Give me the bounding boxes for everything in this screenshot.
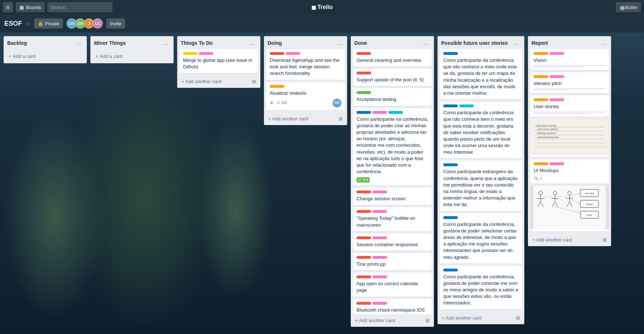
card-text: Change session screen bbox=[357, 196, 428, 202]
card-report-image[interactable]: notes from meeting - user stories define… bbox=[530, 119, 609, 157]
svg-text:notes from meeting: notes from meeting bbox=[536, 124, 556, 127]
card-text: Como participante da conferência, gostar… bbox=[443, 274, 519, 307]
list-menu-done[interactable]: … bbox=[422, 39, 430, 47]
card-text: UI Mockups bbox=[534, 167, 605, 174]
card-text: Download AgendApp and see the look and f… bbox=[270, 57, 341, 77]
avatar-lc[interactable]: LC bbox=[93, 18, 103, 29]
label-red bbox=[357, 236, 371, 239]
label-yellow bbox=[183, 52, 197, 55]
label-blue bbox=[443, 52, 458, 55]
card-done5[interactable]: Change session screen ✎ bbox=[353, 188, 432, 205]
label-pink bbox=[199, 52, 213, 55]
card-labels bbox=[443, 269, 519, 271]
board-title[interactable]: ESOF bbox=[4, 20, 22, 27]
add-another-card-done[interactable]: + Add another card ⊞ bbox=[353, 316, 432, 325]
label-lightblue bbox=[388, 111, 403, 114]
lock-icon: 🔒 bbox=[38, 21, 43, 26]
card-done3[interactable]: Acceptance testing ✎ bbox=[353, 88, 432, 106]
list-doing: Doing … Download AgendApp and see the lo… bbox=[264, 36, 347, 125]
label-pink bbox=[372, 190, 387, 193]
list-menu-report[interactable]: … bbox=[599, 39, 607, 47]
card-text: Tirar prints pp bbox=[357, 261, 428, 267]
list-menu-minor[interactable]: … bbox=[161, 39, 170, 47]
label-red bbox=[357, 210, 371, 213]
list-header-report: Report … bbox=[528, 36, 611, 49]
label-red bbox=[357, 190, 371, 193]
card-footer: ☑ 4/4 bbox=[357, 177, 428, 183]
card-done1[interactable]: General cleaning and overview ✎ bbox=[353, 49, 432, 67]
card-text: Como participante da conferência que não… bbox=[443, 110, 519, 155]
list-title-backlog: Backlog bbox=[7, 40, 74, 46]
card-labels bbox=[443, 104, 519, 107]
card-ttd1[interactable]: Merge to global app (see issue in Github… bbox=[179, 49, 258, 73]
label-red bbox=[357, 72, 371, 74]
label-pink bbox=[372, 302, 387, 305]
card-labels bbox=[183, 52, 255, 55]
boards-icon: ▦ bbox=[20, 5, 24, 10]
list-menu-doing[interactable]: … bbox=[335, 39, 344, 47]
label-pink bbox=[372, 210, 387, 213]
add-another-card-ttd[interactable]: + Add another card ⊞ bbox=[179, 77, 258, 86]
label-red bbox=[357, 256, 371, 259]
board-visibility[interactable]: 🔒 Private bbox=[34, 18, 63, 29]
list-menu-future[interactable]: … bbox=[512, 39, 521, 47]
card-done9[interactable]: App open on correct calendar page ✎ bbox=[353, 273, 432, 296]
card-labels bbox=[357, 91, 428, 94]
card-report4[interactable]: UI Mockups 📎 1 ✎ bbox=[530, 159, 609, 184]
card-report1[interactable]: Vision ✎ bbox=[530, 49, 609, 70]
handwritten-notes-svg: notes from meeting - user stories define… bbox=[530, 119, 609, 155]
add-another-card-doing[interactable]: + Add another card ⊞ bbox=[266, 115, 345, 123]
board-star[interactable]: ☆ bbox=[26, 21, 30, 26]
card-done2[interactable]: Support update of the json (it. 5) ✎ bbox=[353, 69, 432, 86]
label-blue bbox=[357, 111, 371, 114]
card-text: Session container responsive bbox=[357, 241, 428, 248]
card-future3[interactable]: Como participante estrangeiro da conferê… bbox=[440, 160, 522, 211]
add-another-card-report[interactable]: + Add another card ⊞ bbox=[530, 236, 609, 244]
card-text: Support update of the json (it. 5) bbox=[357, 77, 428, 83]
card-text: elevator pitch bbox=[534, 80, 605, 87]
add-card-backlog[interactable]: + Add a card bbox=[6, 51, 85, 61]
card-done10[interactable]: Bluetooth check namespace IDS ✎ bbox=[353, 299, 432, 314]
svg-text:Actor: Actor bbox=[587, 214, 592, 216]
search-input[interactable] bbox=[47, 2, 112, 12]
label-orange bbox=[270, 85, 284, 88]
list-footer-report: + Add another card ⊞ bbox=[528, 234, 611, 246]
list-menu-backlog[interactable]: … bbox=[74, 39, 83, 47]
card-labels bbox=[357, 236, 428, 239]
label-red bbox=[357, 52, 371, 55]
butler-button[interactable]: 🤖 Butler bbox=[616, 2, 641, 12]
check-badge: ☑ 3/9 bbox=[277, 100, 287, 105]
list-cards-ttd: Merge to global app (see issue in Github… bbox=[177, 49, 260, 75]
template-icon: ⊞ bbox=[339, 116, 343, 121]
list-menu-ttd[interactable]: … bbox=[248, 39, 257, 47]
card-done8[interactable]: Tirar prints pp ✎ bbox=[353, 253, 432, 270]
card-doing1[interactable]: Download AgendApp and see the look and f… bbox=[266, 49, 345, 80]
list-footer-backlog: + Add a card bbox=[4, 49, 87, 63]
card-report3[interactable]: User-stories ✎ bbox=[530, 95, 609, 116]
home-button[interactable]: ⊞ bbox=[3, 2, 13, 12]
add-another-card-future[interactable]: + Add another card ⊞ bbox=[440, 314, 522, 322]
label-green bbox=[357, 91, 371, 94]
card-done7[interactable]: Session container responsive ✎ bbox=[353, 234, 432, 251]
card-doing2[interactable]: Atualizar relatorio 👁 ☑ 3/9 DS ✎ bbox=[266, 82, 345, 110]
card-report-diagram[interactable]: Use Case System Actor bbox=[530, 186, 609, 231]
card-future2[interactable]: Como participante da conferência que não… bbox=[440, 102, 522, 158]
card-labels bbox=[357, 275, 428, 278]
add-card-minor[interactable]: + Add a card bbox=[93, 51, 171, 61]
boards-button[interactable]: ▦ Boards bbox=[16, 2, 44, 12]
card-future5[interactable]: Como participante da conferência, gostar… bbox=[440, 266, 522, 309]
list-title-done: Done bbox=[354, 40, 422, 46]
card-report2[interactable]: elevator pitch ✎ bbox=[530, 72, 609, 93]
card-done4[interactable]: Como participante na conferência, gostar… bbox=[353, 108, 432, 186]
label-pink bbox=[286, 52, 300, 55]
invite-button[interactable]: Invite bbox=[106, 18, 125, 29]
card-done6[interactable]: "Speaking Today" bubble on mainscreen ✎ bbox=[353, 207, 432, 231]
card-text: App open on correct calendar page bbox=[357, 281, 428, 294]
checklist-badge: ☑ 4/4 bbox=[357, 177, 370, 183]
card-future4[interactable]: Como participante da conferência, gostar… bbox=[440, 213, 522, 264]
list-header-done: Done … bbox=[351, 36, 434, 49]
plus-icon: + bbox=[95, 53, 98, 59]
list-things-to-do: Things To Do … Merge to global app (see … bbox=[177, 36, 260, 88]
label-blue bbox=[443, 163, 458, 166]
card-future1[interactable]: Como participante da conferência que não… bbox=[440, 49, 522, 99]
